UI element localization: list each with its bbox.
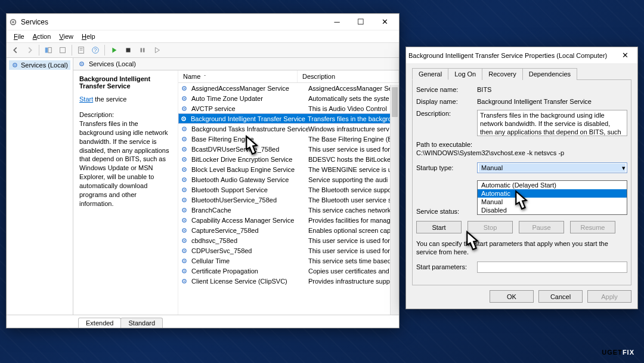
properties-icon[interactable] [75,44,88,56]
service-row[interactable]: Client License Service (ClipSVC)Provides… [178,276,399,286]
service-row[interactable]: cbdhsvc_758edThis user service is used f… [178,235,399,245]
tab-dependencies[interactable]: Dependencies [522,68,577,80]
svg-point-56 [184,280,185,281]
svg-point-30 [184,148,185,149]
service-name: AssignedAccessManager Service [191,85,308,92]
gear-icon [181,196,189,204]
stop-button[interactable]: Stop [467,221,513,233]
gear-icon [181,136,189,143]
tree-root-label: Services (Local) [21,61,68,69]
export-icon[interactable] [56,44,69,56]
cancel-button[interactable]: Cancel [538,290,583,303]
svg-point-32 [184,158,185,159]
help-icon[interactable]: ? [89,44,102,56]
tab-extended[interactable]: Extended [78,318,121,328]
option-manual[interactable]: Manual [478,198,627,206]
service-row[interactable]: Bluetooth Audio Gateway ServiceService s… [178,174,399,184]
menu-help[interactable]: Help [78,32,99,41]
pause-button[interactable]: Pause [519,221,564,233]
service-row[interactable]: AssignedAccessManager ServiceAssignedAcc… [178,83,399,93]
service-row[interactable]: Auto Time Zone UpdaterAutomatically sets… [178,93,399,103]
menu-view[interactable]: View [55,32,77,41]
gear-icon [181,95,189,102]
maximize-button[interactable]: ☐ [349,14,373,30]
service-name: Auto Time Zone Updater [191,95,308,102]
menu-action[interactable]: Action [29,32,55,41]
option-disabled[interactable]: Disabled [478,206,627,214]
label-status: Service status: [416,208,477,215]
svg-point-44 [184,219,185,220]
service-row[interactable]: Base Filtering EngineThe Base Filtering … [178,134,399,144]
minimize-button[interactable]: ─ [325,14,349,30]
col-description[interactable]: Description [298,70,399,82]
titlebar[interactable]: Services ─ ☐ ✕ [7,14,399,30]
start-link[interactable]: Start [79,96,93,103]
dialog-title: Background Intelligent Transfer Service … [408,52,615,59]
option-delayed[interactable]: Automatic (Delayed Start) [478,181,627,189]
value-display-name: Background Intelligent Transfer Service [477,98,627,105]
svg-point-1 [12,21,14,23]
label-path: Path to executable: [416,141,627,148]
service-row[interactable]: Block Level Backup Engine ServiceThe WBE… [178,164,399,174]
dialog-close-button[interactable]: ✕ [615,48,635,63]
service-row[interactable]: Background Intelligent Transfer ServiceT… [178,113,399,124]
service-row[interactable]: Bluetooth Support ServiceThe Bluetooth s… [178,184,399,195]
service-row[interactable]: Background Tasks Infrastructure ServiceW… [178,124,399,134]
show-hide-icon[interactable] [42,44,55,56]
service-row[interactable]: CDPUserSvc_758edThis user service is use… [178,245,399,256]
service-row[interactable]: BluetoothUserService_758edThe Bluetooth … [178,195,399,205]
service-row[interactable]: CaptureService_758edEnables optional scr… [178,225,399,235]
scrollbar[interactable] [390,85,399,315]
play-icon[interactable] [107,44,120,56]
stop-icon[interactable] [122,44,135,56]
svg-point-22 [184,107,185,109]
service-row[interactable]: AVCTP serviceThis is Audio Video Control [178,103,399,113]
service-desc: Automatically sets the syste [308,95,397,102]
service-name: Capability Access Manager Service [191,217,308,224]
service-name: Block Level Backup Engine Service [191,166,308,173]
pause-icon[interactable] [136,44,149,56]
gear-icon [181,105,189,112]
close-button[interactable]: ✕ [373,14,397,30]
option-automatic[interactable]: Automatic [478,189,627,198]
service-desc: The Base Filtering Engine (B [308,136,397,143]
label-startup: Startup type: [416,164,477,171]
tree-root[interactable]: Services (Local) [9,60,70,70]
startup-type-select[interactable]: Manual▾ [477,162,627,173]
tab-recovery[interactable]: Recovery [482,68,522,80]
dialog-titlebar[interactable]: Background Intelligent Transfer Service … [406,47,637,64]
svg-text:?: ? [94,47,97,53]
gear-icon [181,166,189,173]
svg-point-16 [81,63,82,64]
menubar: File Action View Help [7,30,399,43]
description-textarea[interactable]: Transfers files in the background using … [477,110,627,136]
gear-icon [181,85,189,92]
menu-file[interactable]: File [10,32,28,41]
service-row[interactable]: Certificate PropagationCopies user certi… [178,266,399,276]
tab-standard[interactable]: Standard [120,318,163,328]
service-row[interactable]: Capability Access Manager ServiceProvide… [178,215,399,225]
startup-dropdown: Automatic (Delayed Start) Automatic Manu… [477,180,627,215]
main-header-label: Services (Local) [89,60,136,67]
col-name[interactable]: Nameˆ [178,70,298,82]
svg-point-52 [184,260,185,261]
restart-icon[interactable] [150,44,163,56]
tab-logon[interactable]: Log On [448,68,482,80]
back-button[interactable] [9,44,22,56]
apply-button[interactable]: Apply [587,290,631,303]
service-row[interactable]: Cellular TimeThis service sets time base… [178,256,399,266]
service-row[interactable]: BranchCacheThis service caches network [178,205,399,215]
gear-icon [11,61,18,69]
forward-button[interactable] [23,44,36,56]
gear-icon [181,237,189,244]
scroll-thumb[interactable] [392,87,398,117]
service-row[interactable]: BcastDVRUserService_758edThis user servi… [178,144,399,154]
service-name: cbdhsvc_758ed [191,237,308,244]
service-row[interactable]: BitLocker Drive Encryption ServiceBDESVC… [178,154,399,164]
tab-general[interactable]: General [412,68,448,80]
resume-button[interactable]: Resume [570,221,615,233]
ok-button[interactable]: OK [490,290,534,303]
start-params-input[interactable] [477,262,627,273]
label-display-name: Display name: [416,98,477,105]
start-button[interactable]: Start [416,221,462,233]
